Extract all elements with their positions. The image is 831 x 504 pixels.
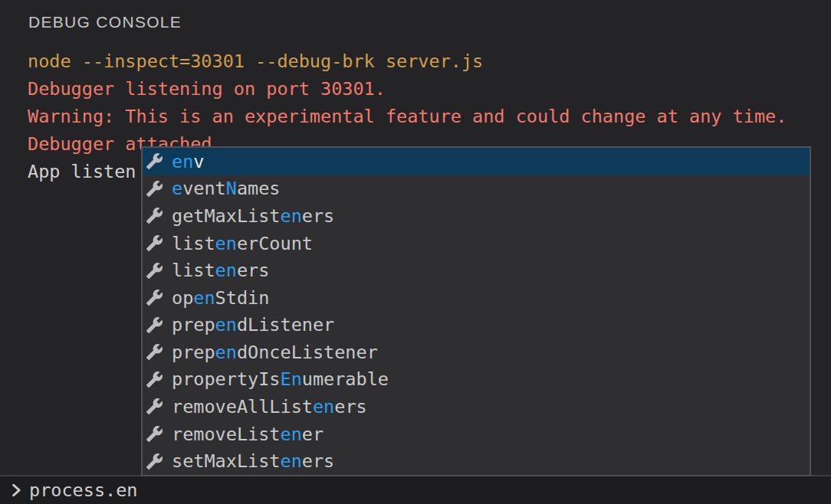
- console-line: node --inspect=30301 --debug-brk server.…: [28, 47, 831, 75]
- debug-console-panel: DEBUG CONSOLE node --inspect=30301 --deb…: [0, 0, 831, 504]
- suggestion-item[interactable]: getMaxListeners: [143, 202, 810, 230]
- suggestion-label: removeListener: [172, 424, 324, 445]
- repl-input[interactable]: process.en: [29, 479, 137, 501]
- suggestion-label: setMaxListeners: [172, 450, 334, 472]
- suggestion-item[interactable]: prependListener: [143, 311, 810, 339]
- suggestion-label: openStdin: [172, 287, 269, 309]
- console-line: Warning: This is an experimental feature…: [28, 103, 831, 130]
- suggestion-label: prependListener: [172, 314, 334, 335]
- suggestion-item[interactable]: openStdin: [143, 284, 810, 312]
- wrench-icon: [146, 398, 163, 415]
- suggestion-item[interactable]: removeListener: [143, 421, 810, 448]
- wrench-icon: [146, 180, 163, 198]
- wrench-icon: [146, 289, 163, 306]
- suggestion-item[interactable]: prependOnceListener: [143, 339, 810, 366]
- suggestion-item[interactable]: eventNames: [143, 175, 810, 203]
- suggestion-label: removeAllListeners: [172, 396, 367, 417]
- wrench-icon: [146, 262, 163, 280]
- wrench-icon: [146, 343, 163, 361]
- suggestion-label: prependOnceListener: [172, 342, 378, 363]
- panel-title: DEBUG CONSOLE: [28, 13, 182, 31]
- wrench-icon: [146, 207, 163, 224]
- suggestion-label: eventNames: [172, 178, 281, 199]
- suggestion-label: listenerCount: [172, 233, 313, 254]
- suggestion-label: propertyIsEnumerable: [172, 368, 389, 390]
- console-line: Debugger listening on port 30301.: [28, 75, 831, 103]
- suggest-widget: enveventNamesgetMaxListenerslistenerCoun…: [141, 146, 811, 476]
- wrench-icon: [146, 152, 163, 170]
- wrench-icon: [146, 425, 163, 443]
- chevron-right-icon: [8, 483, 24, 498]
- wrench-icon: [146, 371, 163, 388]
- repl-input-row: process.en: [0, 475, 831, 504]
- wrench-icon: [146, 453, 163, 470]
- suggestion-item[interactable]: env: [143, 148, 810, 175]
- suggestion-item[interactable]: listeners: [143, 257, 810, 284]
- suggestion-label: getMaxListeners: [172, 205, 334, 227]
- suggestion-label: env: [172, 151, 204, 172]
- suggestion-label: listeners: [172, 260, 269, 281]
- suggestion-item[interactable]: propertyIsEnumerable: [143, 366, 810, 394]
- suggestion-item[interactable]: removeAllListeners: [143, 393, 810, 421]
- suggestion-item[interactable]: setMaxListeners: [143, 447, 810, 475]
- suggestion-item[interactable]: listenerCount: [143, 230, 810, 257]
- wrench-icon: [146, 234, 163, 252]
- wrench-icon: [146, 316, 163, 334]
